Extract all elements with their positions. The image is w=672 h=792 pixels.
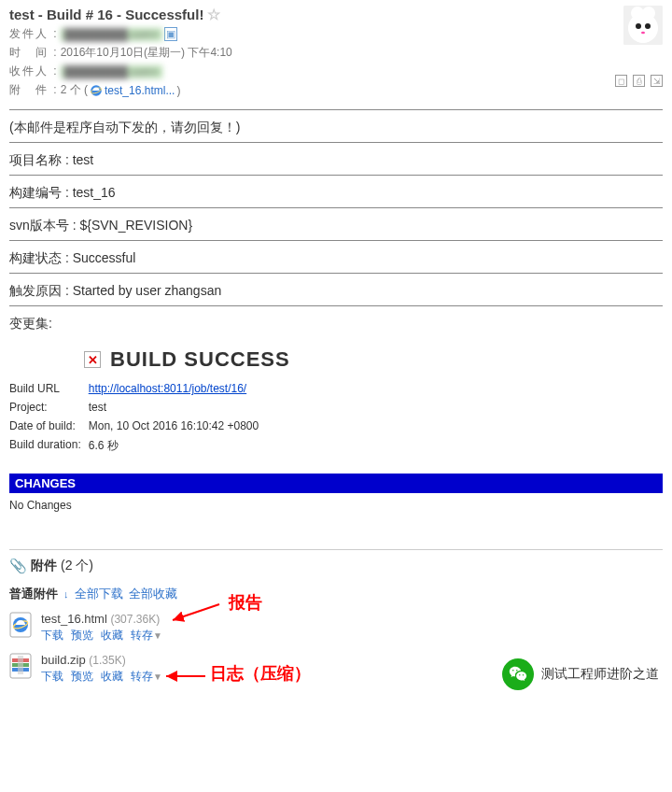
file-actions: 下载 预览 收藏 转存▼ (41, 628, 162, 644)
table-row: Project: test (9, 398, 266, 417)
changes-header: CHANGES (9, 474, 663, 493)
time-value: 2016年10月10日(星期一) 下午4:10 (61, 45, 232, 61)
table-row: Build duration: 6.6 秒 (9, 435, 266, 457)
fav-all-link[interactable]: 全部收藏 (129, 586, 177, 602)
attachment-row: 附 件 : 2 个 ( test_16.html... ) (9, 82, 663, 98)
paperclip-icon: 📎 (9, 558, 27, 574)
time-row: 时 间 : 2016年10月10日(星期一) 下午4:10 (9, 45, 663, 61)
fav-action[interactable]: 收藏 (101, 669, 123, 685)
save-action[interactable]: 转存▼ (131, 669, 162, 685)
file-size: (307.36K) (110, 613, 160, 626)
email-header: test - Build # 16 - Successful! ☆ 发件人 : … (0, 0, 672, 102)
svg-point-7 (645, 23, 651, 29)
date-value: Mon, 10 Oct 2016 16:10:42 +0800 (89, 417, 266, 435)
watermark-text: 测试工程师进阶之道 (541, 666, 659, 683)
build-number-line: 构建编号 : test_16 (9, 176, 663, 208)
download-all-link[interactable]: 全部下载 (75, 586, 123, 602)
att-link[interactable]: test_16.html... (105, 84, 175, 97)
attachments-section: 📎 附件(2 个) 普通附件 ↓ 全部下载 全部收藏 test_16.html … (0, 550, 672, 703)
normal-label: 普通附件 (9, 586, 58, 602)
svg-point-8 (641, 32, 645, 34)
build-block: ✕ BUILD SUCCESS Build URL http://localho… (0, 338, 672, 544)
table-row: Date of build: Mon, 10 Oct 2016 16:10:42… (9, 417, 266, 435)
svg-point-6 (636, 23, 641, 29)
project-value: test (89, 398, 266, 417)
status-line: 构建状态 : Successful (9, 241, 663, 274)
svg-rect-16 (18, 656, 23, 674)
build-url-link[interactable]: http://localhost:8011/job/test/16/ (89, 382, 246, 395)
file-info: build.zip (1.35K) 下载 预览 收藏 转存▼ (41, 653, 162, 685)
contact-icon[interactable]: ▣ (164, 27, 177, 41)
zip-file-icon (9, 653, 32, 679)
broken-image-icon: ✕ (84, 351, 101, 368)
att-label: 附 件 : (9, 82, 59, 98)
html-file-icon (9, 612, 32, 638)
export-icon[interactable]: ⇲ (651, 75, 663, 87)
file-row: test_16.html (307.36K) 下载 预览 收藏 转存▼ (9, 612, 663, 644)
att-count-text: 2 个 ( (61, 82, 88, 98)
auto-notice: (本邮件是程序自动下发的，请勿回复！) (9, 109, 663, 143)
att-count: (2 个) (61, 558, 93, 574)
watermark-badge: 测试工程师进阶之道 (498, 655, 663, 694)
from-row: 发件人 : ████████.com> ▣ (9, 26, 663, 42)
from-label: 发件人 : (9, 26, 59, 42)
att-close: ) (176, 84, 180, 97)
file-info: test_16.html (307.36K) 下载 预览 收藏 转存▼ (41, 612, 162, 644)
fav-action[interactable]: 收藏 (101, 628, 123, 644)
from-value: ████████.com> (61, 28, 162, 41)
header-action-icons: ◻ ⎙ ⇲ (615, 75, 663, 87)
preview-action[interactable]: 预览 (71, 628, 93, 644)
svn-rev-line: svn版本号 : ${SVN_REVISION} (9, 208, 663, 241)
att-title-text: 附件 (31, 558, 57, 574)
wechat-icon (502, 658, 534, 690)
table-row: Build URL http://localhost:8011/job/test… (9, 379, 266, 398)
email-body: (本邮件是程序自动下发的，请勿回复！) 项目名称 : test 构建编号 : t… (0, 102, 672, 338)
to-label: 收件人 : (9, 64, 59, 79)
window-icon[interactable]: ◻ (615, 75, 627, 87)
url-label: Build URL (9, 379, 89, 398)
preview-action[interactable]: 预览 (71, 669, 93, 685)
subject-text: test - Build # 16 - Successful! (9, 7, 203, 22)
attachments-title: 📎 附件(2 个) (9, 558, 663, 574)
email-subject: test - Build # 16 - Successful! ☆ (9, 6, 663, 23)
print-icon[interactable]: ⎙ (633, 75, 645, 87)
save-action[interactable]: 转存▼ (131, 628, 162, 644)
build-title-row: ✕ BUILD SUCCESS (84, 347, 663, 372)
date-label: Date of build: (9, 417, 89, 435)
project-name-line: 项目名称 : test (9, 143, 663, 176)
star-icon[interactable]: ☆ (207, 6, 220, 23)
build-success-title: BUILD SUCCESS (110, 347, 290, 372)
svg-point-3 (628, 13, 658, 43)
download-action[interactable]: 下载 (41, 669, 63, 685)
ie-icon (90, 84, 103, 97)
file-actions: 下载 预览 收藏 转存▼ (41, 669, 162, 685)
to-value: ████████.com> (61, 65, 162, 78)
project-label: Project: (9, 398, 89, 417)
download-arrow-icon: ↓ (63, 588, 69, 600)
svg-point-4 (631, 7, 644, 20)
time-label: 时 间 : (9, 45, 59, 61)
file-name[interactable]: test_16.html (41, 612, 107, 626)
download-action[interactable]: 下载 (41, 628, 63, 644)
file-name[interactable]: build.zip (41, 653, 86, 667)
file-size: (1.35K) (89, 654, 125, 667)
no-changes-text: No Changes (9, 493, 663, 540)
duration-label: Build duration: (9, 435, 89, 457)
duration-value: 6.6 秒 (89, 435, 266, 457)
to-row: 收件人 : ████████.com> (9, 64, 663, 79)
changeset-line: 变更集: (9, 306, 663, 334)
svg-point-5 (642, 7, 655, 20)
build-info-table: Build URL http://localhost:8011/job/test… (9, 379, 266, 457)
attachments-toolbar: 普通附件 ↓ 全部下载 全部收藏 (9, 586, 663, 602)
sender-avatar[interactable] (623, 6, 663, 45)
trigger-line: 触发原因 : Started by user zhangsan (9, 274, 663, 306)
